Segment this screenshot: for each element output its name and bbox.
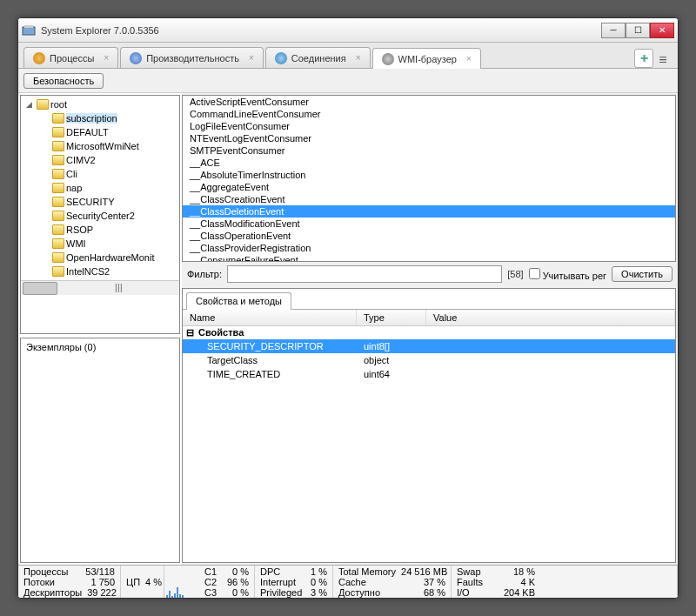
toolbar: Безопасность [18, 69, 678, 93]
property-group[interactable]: ⊟Свойства [183, 326, 675, 339]
class-list-item[interactable]: __ClassCreationEvent [183, 193, 675, 205]
class-list-item[interactable]: __ClassModificationEvent [183, 218, 675, 230]
status-bar: Процессы53/118Потоки1 750Дескрипторы39 2… [18, 565, 678, 598]
property-row[interactable]: TargetClassobject [183, 353, 675, 367]
folder-icon [52, 224, 64, 235]
class-list-item[interactable]: SMTPEventConsumer [183, 144, 675, 157]
wmi-icon [382, 53, 394, 65]
filter-bar: Фильтр: [58] Учитывать рег Очистить [182, 262, 678, 286]
col-value[interactable]: Value [426, 310, 675, 325]
folder-icon [52, 183, 64, 193]
tree-root[interactable]: ◢root [23, 97, 177, 111]
tab-close-icon[interactable]: × [104, 53, 109, 63]
minimize-button[interactable]: ─ [601, 23, 626, 38]
tree-node[interactable]: SecurityCenter2 [23, 209, 177, 223]
col-type[interactable]: Type [357, 310, 426, 325]
filter-input[interactable] [227, 265, 502, 283]
status-metric: Процессы53/118 [23, 566, 115, 577]
namespace-tree[interactable]: ◢root subscriptionDEFAULTMicrosoftWmiNet… [20, 95, 180, 334]
filter-label: Фильтр: [187, 269, 222, 279]
folder-icon [52, 211, 64, 221]
tab-connections[interactable]: Соединения× [265, 47, 371, 68]
properties-tab[interactable]: Свойства и методы [186, 292, 291, 310]
class-list-item[interactable]: __ClassOperationEvent [183, 230, 675, 242]
tab-close-icon[interactable]: × [249, 53, 254, 63]
class-list-item[interactable]: ActiveScriptEventConsumer [183, 96, 675, 108]
horizontal-scrollbar[interactable]: ǀǀǀ [21, 280, 179, 295]
status-metric: C296 % [204, 577, 249, 587]
status-metric: ЦП4 % [126, 577, 158, 587]
filter-count: [58] [507, 269, 523, 279]
tab-bar: Процессы× Производительность× Соединения… [18, 43, 678, 69]
status-metric: C10 % [204, 566, 249, 577]
tree-node[interactable]: subscription [23, 111, 177, 125]
property-row[interactable]: SECURITY_DESCRIPTORuint8[] [183, 339, 675, 353]
chart-icon [130, 52, 142, 64]
hamburger-menu-icon[interactable]: ≡ [653, 52, 673, 68]
status-metric: Дескрипторы39 222 [23, 587, 115, 598]
tree-node[interactable]: DEFAULT [23, 125, 177, 139]
folder-icon [52, 197, 64, 207]
status-metric: Cache37 % [338, 577, 445, 587]
clear-filter-button[interactable]: Очистить [612, 266, 673, 282]
status-metric: Потоки1 750 [23, 577, 115, 587]
folder-icon [52, 155, 64, 165]
folder-icon [52, 238, 64, 249]
folder-icon [52, 113, 64, 124]
maximize-button[interactable]: ☐ [626, 23, 650, 38]
tree-node[interactable]: OpenHardwareMonit [23, 251, 177, 264]
class-list-item[interactable]: __ClassDeletionEvent [183, 205, 675, 218]
tree-node[interactable]: SECURITY [23, 195, 177, 209]
add-tab-button[interactable]: ✚ [634, 49, 653, 68]
svg-rect-1 [24, 25, 33, 28]
app-icon [22, 23, 36, 37]
app-window: System Explorer 7.0.0.5356 ─ ☐ ✕ Процесс… [17, 17, 679, 599]
tree-node[interactable]: nap [23, 181, 177, 195]
properties-grid[interactable]: Name Type Value ⊟Свойства SECURITY_DESCR… [183, 310, 675, 562]
tree-node[interactable]: WMI [23, 237, 177, 251]
class-list[interactable]: ActiveScriptEventConsumerCommandLineEven… [182, 95, 676, 262]
folder-icon [52, 127, 64, 137]
window-title: System Explorer 7.0.0.5356 [41, 25, 601, 36]
folder-icon [37, 99, 49, 110]
tab-close-icon[interactable]: × [356, 53, 361, 63]
folder-icon [52, 266, 64, 277]
class-list-item[interactable]: __ConsumerFailureEvent [183, 254, 675, 262]
tree-node[interactable]: IntelNCS2 [23, 264, 177, 278]
class-list-item[interactable]: LogFileEventConsumer [183, 120, 675, 132]
close-button[interactable]: ✕ [650, 23, 674, 38]
tree-node[interactable]: CIMV2 [23, 153, 177, 167]
svg-rect-0 [23, 27, 35, 35]
status-metric: Faults4 K [457, 577, 672, 587]
tab-performance[interactable]: Производительность× [120, 47, 264, 68]
gear-icon [33, 52, 45, 64]
tab-processes[interactable]: Процессы× [23, 47, 118, 68]
status-metric: C30 % [204, 587, 249, 598]
class-list-item[interactable]: __ACE [183, 157, 675, 169]
class-list-item[interactable]: __AggregateEvent [183, 181, 675, 193]
col-name[interactable]: Name [183, 310, 357, 325]
tab-close-icon[interactable]: × [466, 54, 472, 64]
instances-panel: Экземпляры (0) [20, 338, 180, 563]
tab-wmi-browser[interactable]: WMI-браузер× [372, 48, 481, 69]
titlebar[interactable]: System Explorer 7.0.0.5356 ─ ☐ ✕ [18, 18, 678, 43]
tree-node[interactable]: Cli [23, 167, 177, 181]
tree-node[interactable]: RSOP [23, 223, 177, 237]
folder-icon [52, 252, 64, 263]
property-row[interactable]: TIME_CREATEDuint64 [183, 367, 675, 381]
properties-panel: Свойства и методы Name Type Value ⊟Свойс… [182, 288, 676, 563]
security-button[interactable]: Безопасность [23, 73, 104, 89]
status-metric: Privileged3 % [260, 587, 327, 598]
class-list-item[interactable]: __ClassProviderRegistration [183, 242, 675, 254]
status-metric: DPC1 % [260, 566, 327, 577]
tree-node[interactable]: MicrosoftWmiNet [23, 139, 177, 153]
filter-case-checkbox[interactable]: Учитывать рег [529, 268, 607, 281]
status-metric: Доступно68 % [338, 587, 445, 598]
class-list-item[interactable]: __AbsoluteTimerInstruction [183, 169, 675, 181]
status-metric: Interrupt0 % [260, 577, 327, 587]
class-list-item[interactable]: NTEventLogEventConsumer [183, 132, 675, 144]
folder-icon [52, 141, 64, 151]
class-list-item[interactable]: CommandLineEventConsumer [183, 108, 675, 120]
globe-icon [275, 52, 287, 64]
status-metric: Swap18 % [457, 566, 672, 577]
